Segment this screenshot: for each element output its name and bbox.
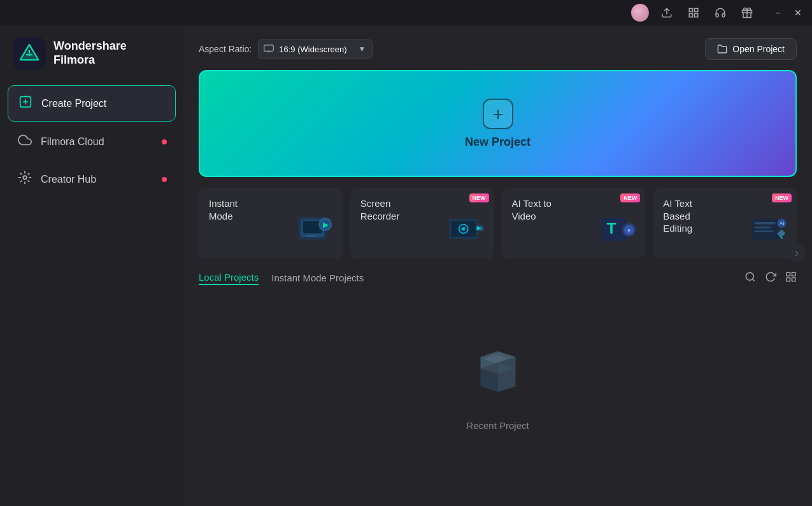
- svg-point-14: [23, 176, 27, 179]
- user-avatar-icon[interactable]: [631, 4, 649, 22]
- svg-rect-37: [751, 219, 780, 240]
- mode-card-ai-text-based-editing[interactable]: NEW AI Text Based Editing AI: [653, 188, 797, 258]
- open-project-button[interactable]: Open Project: [705, 38, 797, 60]
- empty-state: Recent Project: [199, 296, 797, 493]
- svg-rect-3: [689, 14, 692, 17]
- aspect-chevron-icon: ▼: [358, 45, 366, 53]
- svg-rect-48: [787, 278, 790, 281]
- mode-card-ai-text-to-video[interactable]: NEW AI Text to Video T ✦: [502, 188, 646, 258]
- minimize-button[interactable]: −: [771, 6, 784, 19]
- window-controls: − ✕: [771, 6, 804, 19]
- svg-rect-39: [754, 227, 771, 228]
- svg-rect-24: [305, 235, 317, 237]
- mode-card-instant[interactable]: Instant Mode ▶: [199, 188, 343, 258]
- ai-text-based-editing-icon: AI: [747, 209, 792, 253]
- projects-tabs: Local Projects Instant Mode Projects: [199, 272, 364, 285]
- new-project-plus-icon: ＋: [483, 99, 513, 129]
- tab-local-projects[interactable]: Local Projects: [199, 272, 259, 285]
- svg-text:AI: AI: [780, 220, 785, 227]
- svg-rect-46: [787, 272, 790, 276]
- aspect-ratio-label: Aspect Ratio:: [199, 44, 252, 54]
- grid-view-icon[interactable]: [785, 271, 797, 286]
- svg-rect-47: [792, 272, 795, 276]
- svg-line-45: [752, 279, 754, 281]
- creator-hub-icon: [18, 171, 32, 188]
- creator-hub-dot: [162, 177, 167, 182]
- empty-box-icon: [460, 334, 536, 410]
- sidebar-item-label-creator-hub: Creator Hub: [41, 174, 96, 185]
- sidebar-item-filmora-cloud[interactable]: Filmora Cloud: [8, 124, 176, 159]
- headphone-icon[interactable]: [711, 4, 729, 22]
- main-layout: Wondershare Filmora Create Project: [0, 25, 812, 506]
- instant-mode-label: Instant Mode: [209, 197, 260, 222]
- svg-point-44: [746, 272, 753, 280]
- aspect-ratio-select[interactable]: 16:9 (Widescreen) ▼: [258, 39, 373, 59]
- projects-section: Local Projects Instant Mode Projects: [199, 271, 797, 493]
- new-project-label: New Project: [465, 136, 531, 149]
- svg-rect-38: [754, 222, 775, 225]
- screen-recorder-label: Screen Recorder: [360, 197, 411, 222]
- upload-icon[interactable]: [658, 4, 676, 22]
- sidebar-item-creator-hub[interactable]: Creator Hub: [8, 162, 176, 197]
- ai-text-to-video-label: AI Text to Video: [512, 197, 563, 222]
- svg-rect-15: [264, 45, 273, 52]
- aspect-ratio-value: 16:9 (Widescreen): [279, 45, 346, 54]
- logo-subtitle: Filmora: [53, 53, 127, 67]
- grid-icon[interactable]: [685, 4, 702, 22]
- scroll-right-button[interactable]: ›: [788, 244, 806, 262]
- content-area: Aspect Ratio: 16:9 (Widescreen) ▼: [183, 25, 812, 506]
- gift-icon[interactable]: [738, 4, 756, 22]
- svg-rect-1: [689, 8, 692, 11]
- logo-text: Wondershare Filmora: [53, 39, 127, 67]
- tab-instant-mode-projects[interactable]: Instant Mode Projects: [271, 272, 364, 285]
- empty-label: Recent Project: [466, 420, 529, 431]
- ai-text-based-editing-badge: NEW: [772, 193, 792, 202]
- refresh-icon[interactable]: [765, 271, 776, 286]
- mode-card-screen-recorder[interactable]: NEW Screen Recorder: [350, 188, 494, 258]
- sidebar-item-create-project[interactable]: Create Project: [8, 85, 176, 122]
- titlebar: − ✕: [0, 0, 812, 25]
- search-icon[interactable]: [744, 271, 756, 286]
- logo-title: Wondershare: [53, 39, 127, 53]
- filmora-cloud-icon: [18, 133, 32, 150]
- screen-recorder-badge: NEW: [469, 193, 489, 202]
- ai-text-to-video-icon: T ✦: [595, 209, 640, 253]
- titlebar-icons: [631, 4, 756, 22]
- logo-icon: [13, 37, 46, 70]
- svg-line-41: [781, 237, 783, 239]
- screen-recorder-icon: [445, 209, 489, 253]
- filmora-cloud-dot: [162, 139, 167, 144]
- open-project-label: Open Project: [732, 44, 785, 54]
- sidebar-nav: Create Project Filmora Cloud: [0, 85, 183, 197]
- ai-text-based-editing-label: AI Text Based Editing: [663, 197, 714, 235]
- monitor-icon: [264, 44, 274, 54]
- projects-actions: [744, 271, 797, 286]
- instant-mode-icon: ▶: [293, 209, 338, 253]
- svg-rect-2: [695, 8, 698, 11]
- app-logo: Wondershare Filmora: [0, 25, 183, 85]
- content-toolbar: Aspect Ratio: 16:9 (Widescreen) ▼: [199, 38, 797, 60]
- create-project-icon: [18, 95, 32, 112]
- svg-text:✦: ✦: [626, 227, 632, 234]
- close-button[interactable]: ✕: [792, 6, 804, 19]
- svg-point-29: [462, 228, 465, 230]
- svg-text:T: T: [607, 220, 616, 237]
- svg-rect-4: [695, 14, 698, 17]
- ai-text-to-video-badge: NEW: [620, 193, 640, 202]
- sidebar: Wondershare Filmora Create Project: [0, 25, 183, 506]
- new-project-banner[interactable]: ＋ New Project: [199, 70, 797, 177]
- projects-header: Local Projects Instant Mode Projects: [199, 271, 797, 286]
- svg-rect-40: [754, 230, 773, 232]
- sidebar-item-label-filmora-cloud: Filmora Cloud: [41, 136, 104, 148]
- svg-rect-49: [792, 278, 795, 281]
- sidebar-item-label-create-project: Create Project: [41, 98, 106, 109]
- mode-cards: Instant Mode ▶ NEW Screen Record: [199, 188, 797, 258]
- aspect-ratio-group: Aspect Ratio: 16:9 (Widescreen) ▼: [199, 39, 373, 59]
